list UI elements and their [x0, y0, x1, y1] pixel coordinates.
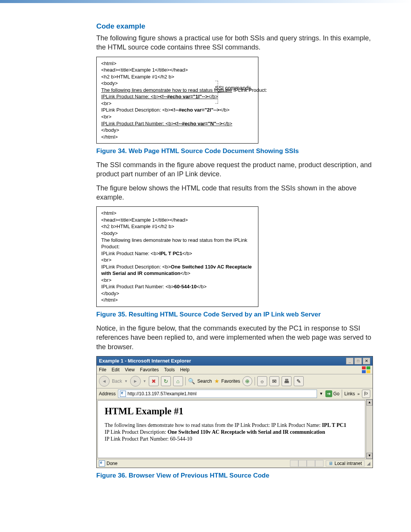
security-zone: Local intranet: [335, 461, 362, 466]
status-cell: [315, 460, 323, 467]
minimize-button[interactable]: _: [346, 358, 354, 364]
stop-button[interactable]: ✖: [149, 376, 159, 386]
vertical-scrollbar[interactable]: ▲ ▼: [366, 399, 373, 459]
window-buttons: _ □ ✕: [346, 358, 370, 364]
page-viewport: HTML Example #1 The following lines demo…: [97, 399, 373, 459]
status-text: Done: [107, 461, 118, 466]
code-line: The following lines demonstrate how to r…: [101, 237, 253, 250]
dropdown-icon[interactable]: ▼: [143, 379, 147, 383]
address-bar: Address http://10.13.197.57/example1.htm…: [97, 388, 373, 399]
links-label[interactable]: Links: [344, 391, 355, 396]
menu-favorites[interactable]: Favorites: [140, 367, 159, 372]
resize-grip-icon[interactable]: ◢: [367, 461, 370, 466]
page-top-accent: [0, 0, 411, 3]
figure-35-box: <html> <head><title>Example 1</title></h…: [96, 206, 258, 307]
intro-paragraph: The following figure shows a practical u…: [96, 34, 373, 52]
code-line: IPLink Product Name: <b><!--#echo var="1…: [101, 93, 253, 100]
zone-icon: 🖥: [328, 461, 333, 466]
separator: [342, 390, 342, 398]
menu-view[interactable]: View: [125, 367, 135, 372]
menu-file[interactable]: File: [99, 367, 106, 372]
url-text: http://10.13.197.57/example1.html: [127, 391, 196, 396]
search-icon[interactable]: 🔍: [188, 378, 195, 385]
browser-window: Example 1 - Microsoft Internet Explorer …: [96, 356, 373, 468]
status-cell: [298, 460, 307, 467]
refresh-button[interactable]: ↻: [161, 376, 171, 386]
paragraph: Notice, in the figure below, that the co…: [96, 324, 373, 351]
forward-button[interactable]: ►: [130, 376, 141, 387]
code-line: <html>: [101, 210, 253, 217]
status-cell: [290, 460, 298, 467]
menu-tools[interactable]: Tools: [164, 367, 175, 372]
paragraph: The figure below shows the HTML code tha…: [96, 184, 373, 202]
menu-bar: File Edit View Favorites Tools Help: [97, 366, 360, 374]
code-line: <br>: [101, 100, 253, 107]
address-label: Address: [99, 391, 116, 396]
back-label[interactable]: Back: [112, 379, 122, 384]
separator: [185, 377, 186, 385]
maximize-button[interactable]: □: [354, 358, 362, 364]
history-button[interactable]: ☼: [257, 376, 267, 386]
title-bar[interactable]: Example 1 - Microsoft Internet Explorer …: [97, 356, 373, 366]
page-heading: HTML Example #1: [105, 406, 358, 417]
rendered-page: HTML Example #1 The following lines demo…: [97, 400, 365, 459]
menu-edit[interactable]: Edit: [112, 367, 119, 372]
status-bar: Done 🖥 Local intranet ◢: [97, 459, 373, 468]
expand-icon[interactable]: »: [357, 391, 360, 396]
code-line: <h2 b>HTML Example #1</h2 b>: [101, 73, 253, 80]
figure-35-caption: Figure 35. Resulting HTML Source Code Se…: [96, 311, 373, 318]
menu-help[interactable]: Help: [180, 367, 190, 372]
go-button[interactable]: ➔ Go: [325, 390, 339, 397]
annotation-line-icon: [218, 90, 229, 94]
code-line: </body>: [101, 127, 253, 134]
code-line: <br>: [101, 277, 253, 284]
section-heading: Code example: [96, 22, 373, 30]
figure-34-box: <html> <head><title>Example 1</title></h…: [96, 57, 258, 144]
mail-button[interactable]: ✉: [269, 376, 279, 386]
code-line: <body>: [101, 230, 253, 237]
scroll-down-button[interactable]: ▼: [366, 453, 373, 459]
code-line: <br>: [101, 257, 253, 264]
edit-button[interactable]: ✎: [294, 376, 304, 386]
separator: [255, 377, 255, 385]
paragraph: The SSI commands in the figure above req…: [96, 160, 373, 179]
go-icon: ➔: [325, 390, 332, 397]
code-line: IPLink Product Part Number: <b>60-544-10…: [101, 283, 253, 290]
code-line: </html>: [101, 134, 253, 141]
favorites-label[interactable]: Favorites: [221, 379, 240, 384]
code-line: <head><title>Example 1</title></head>: [101, 67, 253, 73]
address-input[interactable]: http://10.13.197.57/example1.html: [118, 390, 317, 398]
scroll-up-button[interactable]: ▲: [366, 399, 373, 406]
dropdown-icon[interactable]: ▼: [124, 379, 128, 383]
search-label[interactable]: Search: [198, 379, 212, 384]
status-cell: [307, 460, 315, 467]
windows-logo-icon: [362, 366, 370, 373]
window-title: Example 1 - Microsoft Internet Explorer: [99, 358, 191, 364]
code-line: IPLink Product Description: <b>One Switc…: [101, 264, 253, 277]
figure-34-caption: Figure 34. Web Page HTML Source Code Doc…: [96, 147, 373, 155]
code-line: <head><title>Example 1</title></head>: [101, 217, 253, 224]
toolbar: ◄ Back ▼ ► ▼ ✖ ↻ ⌂ 🔍 Search ★ Favorites …: [97, 374, 373, 388]
page-icon: [99, 460, 105, 466]
code-line: IPLink Product Part Number: <b><!--#echo…: [101, 120, 253, 127]
code-line: <h2 b>HTML Example #1</h2 b>: [101, 223, 253, 230]
back-button[interactable]: ◄: [99, 376, 110, 387]
dropdown-icon[interactable]: ▼: [319, 391, 323, 396]
print-button[interactable]: 🖶: [282, 376, 292, 386]
favorites-icon[interactable]: ★: [214, 378, 219, 385]
code-line: <br>: [101, 113, 253, 120]
code-line: </html>: [101, 297, 253, 304]
code-line: IPLink Product Description: <b><!--#echo…: [101, 107, 253, 113]
code-line: IPLink Product Name: <b>IPL T PC1</b>: [101, 250, 253, 257]
code-line: <html>: [101, 60, 253, 67]
page-icon: [120, 391, 126, 397]
svg-line-0: [218, 91, 229, 92]
extra-button[interactable]: 🏳: [362, 390, 370, 398]
code-line: </body>: [101, 290, 253, 297]
home-button[interactable]: ⌂: [173, 376, 183, 386]
close-button[interactable]: ✕: [363, 358, 370, 364]
page-body: The following lines demonstrate how to r…: [105, 422, 358, 443]
figure-36-caption: Figure 36. Browser View of Previous HTML…: [96, 472, 373, 479]
media-button[interactable]: ⊕: [242, 376, 252, 386]
page-content: Code example The following figure shows …: [96, 22, 373, 479]
